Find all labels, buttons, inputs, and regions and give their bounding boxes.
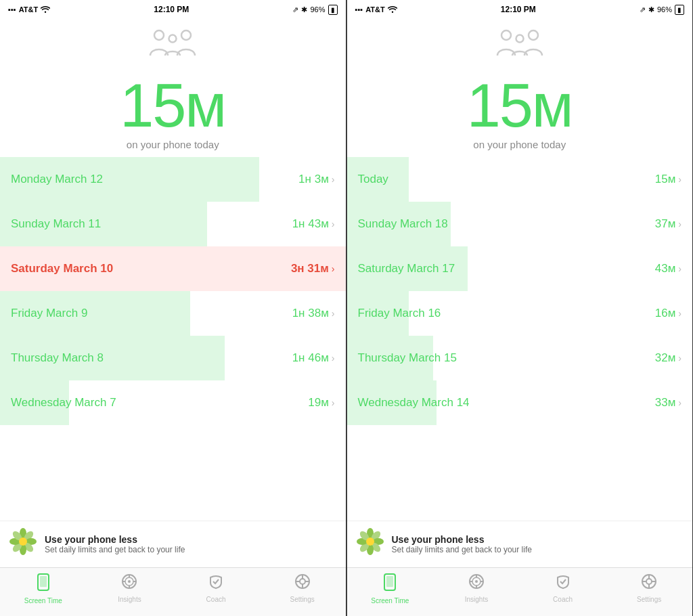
chevron-icon: › xyxy=(678,263,681,274)
day-row[interactable]: Friday March 91н 38м› xyxy=(0,291,346,336)
svg-point-38 xyxy=(366,537,374,546)
svg-point-22 xyxy=(300,579,305,584)
day-label: Sunday March 18 xyxy=(358,217,655,231)
tab-label-coach: Coach xyxy=(553,596,573,603)
tab-screen-time[interactable]: Screen Time xyxy=(347,573,434,604)
svg-point-28 xyxy=(516,35,523,43)
day-row[interactable]: Saturday March 1743м› xyxy=(347,246,693,291)
wifi-icon xyxy=(388,5,397,14)
coach-text-block: Use your phone less Set daily limits and… xyxy=(45,534,185,554)
tab-coach[interactable]: Coach xyxy=(173,573,259,603)
day-row[interactable]: Friday March 1616м› xyxy=(347,291,693,336)
settings-icon xyxy=(641,573,657,594)
day-value: 3н 31м xyxy=(291,262,329,276)
status-right: ⇗ ✱ 96% ▮ xyxy=(640,5,684,15)
day-row[interactable]: Sunday March 1837м› xyxy=(347,202,693,246)
day-row[interactable]: Monday March 121н 3м› xyxy=(0,157,346,202)
status-time: 12:10 PM xyxy=(501,5,536,14)
day-value: 37м xyxy=(655,217,676,231)
day-label: Wednesday March 7 xyxy=(11,396,308,410)
day-label: Sunday March 11 xyxy=(11,217,292,231)
carrier-label: AT&T xyxy=(19,5,39,14)
day-value: 19м xyxy=(308,396,329,410)
status-time: 12:10 PM xyxy=(154,5,189,14)
day-value: 16м xyxy=(655,307,676,320)
chevron-icon: › xyxy=(678,353,681,364)
coach-subtitle: Set daily limits and get back to your li… xyxy=(392,545,532,554)
coach-icon xyxy=(555,573,571,594)
chevron-icon: › xyxy=(332,263,335,274)
tab-coach[interactable]: Coach xyxy=(520,573,606,603)
coach-flower-icon xyxy=(357,528,384,560)
day-label: Friday March 16 xyxy=(358,307,655,320)
day-value: 32м xyxy=(655,351,676,365)
family-icon-area xyxy=(0,19,346,70)
chevron-icon: › xyxy=(332,353,335,364)
tab-label-insights: Insights xyxy=(118,596,141,603)
battery-label: 96% xyxy=(657,5,672,14)
svg-rect-13 xyxy=(40,576,47,587)
status-bar: ▪▪▪ AT&T 12:10 PM ⇗ ✱ 96% ▮ xyxy=(0,0,346,19)
coach-subtitle: Set daily limits and get back to your li… xyxy=(45,545,185,554)
status-carrier: ▪▪▪ AT&T xyxy=(355,5,397,14)
svg-point-27 xyxy=(501,30,511,40)
tab-settings[interactable]: Settings xyxy=(606,573,692,603)
big-time-area: 15м on your phone today xyxy=(0,70,346,157)
signal-icon: ▪▪▪ xyxy=(8,5,16,14)
chevron-icon: › xyxy=(332,174,335,185)
carrier-label: AT&T xyxy=(365,5,385,14)
chevron-icon: › xyxy=(678,174,681,185)
big-time-value: 15м xyxy=(347,75,693,136)
coach-banner[interactable]: Use your phone less Set daily limits and… xyxy=(347,521,693,567)
coach-title: Use your phone less xyxy=(392,534,532,545)
day-row[interactable]: Thursday March 81н 46м› xyxy=(0,336,346,380)
family-icon xyxy=(146,27,200,67)
tab-screen-time[interactable]: Screen Time xyxy=(0,573,87,604)
day-label: Monday March 12 xyxy=(11,173,298,186)
day-value: 1н 3м xyxy=(298,173,329,186)
day-row[interactable]: Wednesday March 719м› xyxy=(0,380,346,425)
tab-insights[interactable]: Insights xyxy=(433,573,520,603)
battery-label: 96% xyxy=(310,5,325,14)
svg-point-49 xyxy=(646,579,652,584)
chevron-icon: › xyxy=(678,397,681,408)
tab-settings[interactable]: Settings xyxy=(259,573,346,603)
chevron-icon: › xyxy=(678,219,681,229)
svg-point-2 xyxy=(181,30,191,40)
day-value: 43м xyxy=(655,262,676,276)
chevron-icon: › xyxy=(678,308,681,319)
day-label: Thursday March 15 xyxy=(358,351,655,365)
day-label: Saturday March 17 xyxy=(358,262,655,276)
day-value: 1н 38м xyxy=(292,307,329,320)
family-icon xyxy=(493,27,547,67)
day-label: Today xyxy=(358,173,655,186)
svg-point-16 xyxy=(128,580,131,583)
day-label: Wednesday March 14 xyxy=(358,396,655,410)
chevron-icon: › xyxy=(332,219,335,229)
tab-bar: Screen Time Insights Coach Settings xyxy=(0,567,346,616)
tab-label-screen-time: Screen Time xyxy=(24,597,62,604)
day-row[interactable]: Saturday March 103н 31м› xyxy=(0,246,346,291)
phone-icon xyxy=(36,573,51,595)
coach-banner[interactable]: Use your phone less Set daily limits and… xyxy=(0,521,346,567)
settings-icon xyxy=(294,573,311,594)
tab-label-insights: Insights xyxy=(465,596,488,603)
day-value: 1н 43м xyxy=(292,217,329,231)
tab-insights[interactable]: Insights xyxy=(87,573,173,603)
svg-point-29 xyxy=(529,30,538,40)
coach-text-block: Use your phone less Set daily limits and… xyxy=(392,534,532,554)
tab-label-screen-time: Screen Time xyxy=(371,597,409,604)
day-row[interactable]: Sunday March 111н 43м› xyxy=(0,202,346,246)
tab-label-coach: Coach xyxy=(206,596,226,603)
chevron-icon: › xyxy=(332,397,335,408)
coach-title: Use your phone less xyxy=(45,534,185,545)
svg-point-1 xyxy=(169,35,177,43)
day-row[interactable]: Wednesday March 1433м› xyxy=(347,380,693,425)
day-row[interactable]: Today15м› xyxy=(347,157,693,202)
day-list: Today15м›Sunday March 1837м›Saturday Mar… xyxy=(347,157,693,521)
wifi-icon xyxy=(41,5,50,14)
bluetooth-icon: ✱ xyxy=(648,5,654,14)
day-row[interactable]: Thursday March 1532м› xyxy=(347,336,693,380)
status-right: ⇗ ✱ 96% ▮ xyxy=(292,5,337,15)
day-label: Friday March 9 xyxy=(11,307,292,320)
